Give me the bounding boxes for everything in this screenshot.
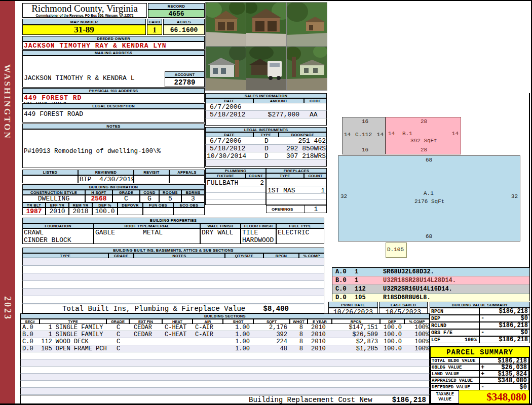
ps-value: $186,218 [479,357,529,364]
grade-value: C [112,195,140,202]
acres-value: 66.1600 [163,25,205,35]
deeded-owner-value: JACKSON TIMOTHY RAY & KENDRA LYN [22,42,205,50]
property-record-card: WASHINGTON 2023 Richmond County, Virgini… [0,0,532,405]
building-sections-col-headers: SEC# TYPE GRADE EXT FIN HEAT AIR SHGT SQ… [20,319,430,324]
property-photo-3 [286,2,327,47]
yrblt-header: YR BLT [22,202,46,208]
built-ins-qty-header: QTY/SIZE [225,253,263,258]
property-photo-5 [246,46,287,91]
effyr-header: EFF YR [46,202,69,208]
taxable-value-row: TAXABLEVALUE $348,080 [431,390,529,403]
mailing-address-header: MAILING ADDRESS [22,50,205,56]
section-empty-row [20,352,430,359]
built-ins-empty-row [22,289,324,296]
built-ins-empty-row [22,281,324,289]
print-date-header: PRINT DATE [328,302,378,308]
sales-code-header: CODE [304,98,327,103]
roof-value: GABLEMETAL [94,228,200,244]
plumbing-fixture-header: FIXTURE [205,173,246,178]
fireplace-type-header: TYPE [266,173,304,178]
ps-label: TOTAL BLDG VALUE [431,357,479,364]
property-photo-2 [246,2,287,47]
instrument-row: 10/30/2014 D 307 218WRS [205,152,327,160]
funobs-header: FUN OBS [143,202,173,208]
record-header: RECORD [148,3,205,10]
built-ins-empty-row [22,258,324,266]
tax-year: 2023 [2,296,13,342]
replacement-cost-row: Building Replacement Cost New $186,218 [20,395,430,404]
bdrms-value: 3 [181,195,205,202]
card-value: 1 [147,25,162,35]
bvs-value: $186,218 [479,322,530,329]
last-saved-header: LAST SAVED [379,302,428,308]
ecoobs-value [173,208,205,215]
rooms-header: ROOMS [159,190,181,195]
sales-row: 5/18/2012 $277,000 AA [205,111,327,118]
bvs-value: $186,218 [479,336,530,343]
sketch-area-d105: D.105 [386,242,407,258]
built-ins-empty-row [22,273,324,281]
dep-pct-header: DEP % [92,202,118,208]
built-ins-total-label: Total Built Ins, Plumbing & Fireplace Va… [62,305,245,313]
notes-box: P#10913 Remodeling of dwelling-100\% com… [22,129,205,168]
section-empty-row [20,367,430,374]
bvs-label: LCF100% [430,336,479,343]
funobs-value [143,208,173,215]
district-name: WASHINGTON [2,64,12,181]
rooms-value: 5 [159,195,181,202]
section-row: A.0 1 SINGLE FAMILYCCEDARC-HEATC-AIR1.00… [20,324,430,331]
legal-description-header: LEGAL DESCRIPTION [22,103,205,109]
dep-pct-value: 100.0 [92,208,118,215]
built-ins-total-row: Total Built Ins, Plumbing & Fireplace Va… [22,304,324,313]
notes-line1: P#10913 Remodeling of dwelling-100\% [24,147,168,156]
sketch-code-table: A.0 1 SR68U32L68D32. B.0 1 U32R18SR28U14… [332,267,530,301]
plumbing-rows: FULLBATH 2 [205,178,266,205]
ps-value: -$0 [479,384,529,390]
legal-instruments-header: LEGAL INSTRUMENTS [205,127,327,132]
bdrms-header: BDRMS [181,190,205,195]
yrblt-value: 1987 [22,208,46,215]
sketch-code-row: D.0 105 R18SD6R8U6L8. [332,294,529,302]
built-ins-notes-header: NOTES [134,253,225,258]
fireplace-rows: 1ST MAS 1 [266,178,327,205]
account-header: ACCOUNT [165,71,205,77]
depovr-value [118,208,143,215]
section-empty-row [20,359,430,367]
wall-finish-value: DRY WALL [200,228,241,244]
floor-finish-value: TILEHARDWOOD [241,228,276,244]
foundation-value: CRAWLCINDER BLOCK [22,228,94,244]
remyr-header: REM YR [69,202,92,208]
li-date-header: DATE [205,132,253,137]
wall-finish-header: WALL FINISH [200,223,241,228]
mailing-line1: JACKSON TIMOTHY R & KENDRA L [24,74,134,83]
appeals-header: APPEALS [169,170,205,175]
building-properties-header: BUILDING PROPERTIES [22,218,324,223]
bvs-value: $186,218 [479,308,530,315]
sketch-code-row: B.0 1 U32R18SR28U14L28D14. [332,276,529,285]
bvs-label: RPCN [430,308,479,315]
construction-style-value: DWELLING [22,195,85,202]
built-ins-type-header: TYPE [22,253,108,258]
li-bookpage-header: BOOKPAGE [279,132,327,137]
listed-value [22,175,78,183]
building-information-header: BUILDING INFORMATION [22,184,205,190]
legal-description-value: 449 FOREST ROAD [22,109,205,123]
built-ins-empty-row [22,266,324,273]
district-sidebar: WASHINGTON 2023 [0,1,15,405]
reviewed-value: BTP 4/30/2019 [78,175,134,183]
ps-label: OBLDG VALUE [431,364,479,371]
section-row: D.0105 OPEN FRAME PCHC1.004882010$1,2851… [20,345,430,352]
section-empty-row [20,388,430,395]
cond-value: G [140,195,159,202]
physical-address-header: PHYSICAL 911 ADDRESS [22,88,205,94]
grade-header: GRADE [112,190,140,195]
parcel-summary-title: PARCEL SUMMARY [431,347,529,357]
sales-amount-header: AMOUNT [253,98,304,103]
building-sections-header: BUILDING SECTIONS [20,313,430,319]
notes-header: NOTES [22,124,205,129]
record-value: 4656 [148,10,205,18]
section-row: C.0112 WOOD DECKC1.0022482010$2,873100.0… [20,338,430,345]
bvs-label: DEP [430,315,479,322]
bvs-value: -$0 [479,329,530,336]
fuel-type-value: ELECTRIC [276,228,324,244]
